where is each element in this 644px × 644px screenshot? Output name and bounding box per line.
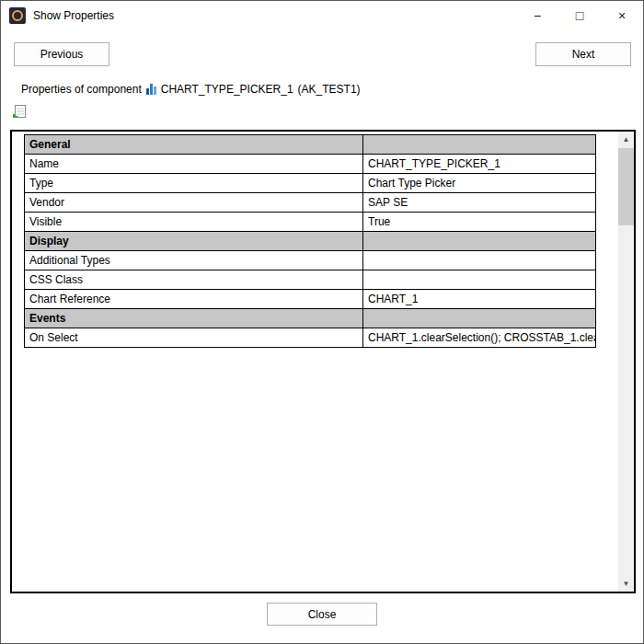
section-value [363,232,596,251]
window-title: Show Properties [33,9,114,22]
property-value [363,251,596,270]
section-label: Display [25,232,363,251]
section-label: Events [25,309,363,328]
scroll-down-button[interactable]: ▼ [618,576,634,592]
table-row[interactable]: Additional Types [25,251,596,270]
close-button[interactable]: Close [267,603,377,626]
scroll-up-button[interactable]: ▲ [618,132,634,147]
properties-table: General Name CHART_TYPE_PICKER_1 Type Ch… [24,134,596,348]
table-row[interactable]: Visible True [25,213,596,232]
table-row[interactable]: Vendor SAP SE [25,193,596,213]
section-value [363,309,596,328]
titlebar[interactable]: Show Properties − □ × [1,1,643,30]
table-row[interactable]: Type Chart Type Picker [25,174,596,193]
properties-panel: General Name CHART_TYPE_PICKER_1 Type Ch… [10,130,636,593]
property-value: SAP SE [363,193,596,213]
property-value: CHART_TYPE_PICKER_1 [363,155,596,174]
previous-button[interactable]: Previous [14,42,109,66]
scrollbar-thumb[interactable] [618,148,634,225]
section-row-display: Display [25,232,596,251]
property-value [363,270,596,290]
table-row[interactable]: Chart Reference CHART_1 [25,290,596,309]
show-properties-window: Show Properties − □ × Previous Next Prop… [0,0,644,644]
property-value: CHART_1 [363,290,596,309]
maximize-button[interactable]: □ [558,1,601,30]
property-value: Chart Type Picker [363,174,596,193]
table-row[interactable]: Name CHART_TYPE_PICKER_1 [25,155,596,174]
window-controls: − □ × [516,1,643,30]
table-row[interactable]: CSS Class [25,270,596,290]
component-name: CHART_TYPE_PICKER_1 [161,83,293,96]
property-value: True [363,213,596,232]
table-row-on-select[interactable]: On Select CHART_1.clearSelection(); CROS… [25,328,596,348]
property-label: Visible [25,213,363,232]
minimize-button[interactable]: − [516,1,558,30]
next-button[interactable]: Next [535,42,631,66]
property-label: On Select [25,328,363,348]
component-header: Properties of component CHART_TYPE_PICKE… [21,83,361,96]
property-label: Name [25,155,363,174]
export-icon[interactable] [12,104,28,120]
close-window-button[interactable]: × [601,1,643,30]
header-prefix: Properties of component [21,83,142,96]
property-label: Chart Reference [25,290,363,309]
app-icon [9,7,26,24]
section-label: General [25,135,363,155]
section-row-general: General [25,135,596,155]
app-name: (AK_TEST1) [298,83,361,96]
section-row-events: Events [25,309,596,328]
section-value [363,135,596,155]
property-label: CSS Class [25,270,363,290]
property-label: Vendor [25,193,363,213]
on-select-script: CHART_1.clearSelection(); CROSSTAB_1.cle… [363,328,596,348]
property-label: Type [25,174,363,193]
chart-type-picker-icon [146,84,156,95]
vertical-scrollbar[interactable]: ▲ ▼ [618,132,634,592]
property-label: Additional Types [25,251,363,270]
